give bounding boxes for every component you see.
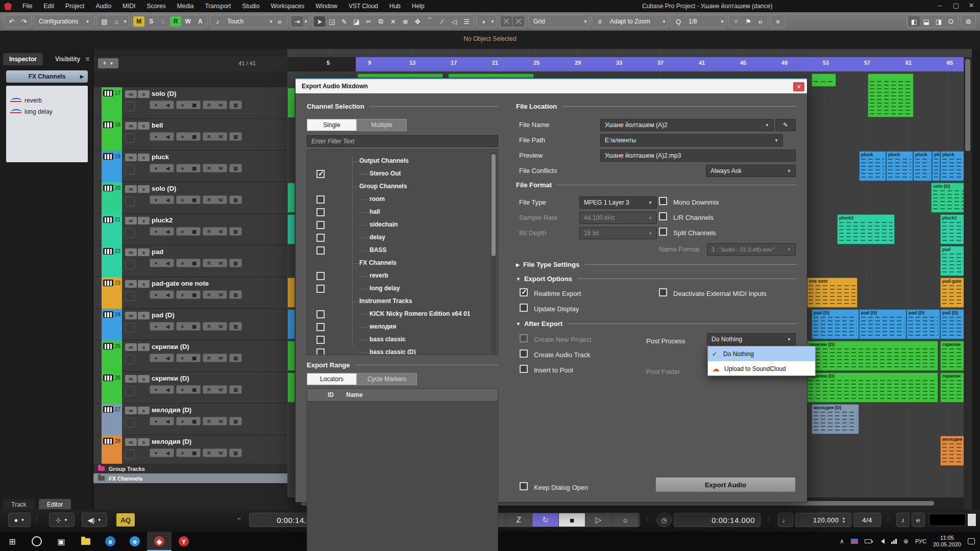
edit-instrument-icon[interactable]: ▦ [188, 164, 200, 172]
channel-strip-icon[interactable]: ▥ [230, 354, 241, 362]
edit-channel-icon[interactable]: e [177, 449, 188, 457]
channel-item[interactable]: hall [370, 208, 380, 221]
write-automation-icon[interactable]: W [215, 291, 227, 298]
menu-item[interactable]: Workspaces [265, 0, 310, 12]
file-conflicts-dropdown[interactable]: Always Ask▼ [706, 165, 796, 177]
record-enable-icon[interactable]: ● [150, 101, 162, 109]
automation-l-button[interactable]: L [158, 16, 169, 27]
list-item[interactable]: long delay [11, 108, 53, 115]
track-name[interactable]: bell [152, 121, 163, 129]
iterative-quantize-icon[interactable]: ⑂ [730, 16, 742, 27]
write-automation-icon[interactable]: W [215, 259, 227, 267]
menu-item[interactable]: Window [310, 0, 343, 12]
track-color-box[interactable] [125, 102, 135, 111]
channel-list-scrollbar[interactable] [491, 152, 496, 354]
read-automation-icon[interactable]: R [203, 291, 215, 298]
monitor-icon[interactable]: ◀ [162, 101, 174, 109]
write-automation-icon[interactable]: W [215, 133, 227, 140]
inspector-menu-icon[interactable]: = [83, 53, 92, 65]
edit-instrument-icon[interactable]: ▦ [188, 291, 200, 298]
track-color-box[interactable] [125, 196, 135, 206]
edit-instrument-icon[interactable]: ▦ [188, 354, 200, 362]
stop-button[interactable]: ■ [559, 513, 585, 527]
split-channels-checkbox[interactable] [659, 228, 667, 236]
tab-track[interactable]: Track [3, 499, 35, 510]
write-automation-icon[interactable]: W [215, 101, 227, 109]
close-button[interactable]: ✕ [964, 0, 979, 11]
monitor-icon[interactable]: ◀ [162, 386, 174, 393]
configurations-dropdown[interactable]: Configurations▼ [34, 15, 94, 28]
channel-checkbox[interactable] [316, 208, 325, 216]
channel-checkbox[interactable] [316, 246, 325, 255]
menu-item[interactable]: Help [406, 0, 430, 12]
channel-checkbox[interactable] [316, 310, 325, 318]
channel-strip-icon[interactable]: ▥ [230, 417, 241, 425]
chevron-down-icon[interactable]: ▼ [774, 138, 778, 143]
monitor-icon[interactable]: ◀ [162, 133, 174, 140]
read-automation-icon[interactable]: R [203, 196, 215, 204]
track-row[interactable]: 27 m s мелодия (D) ● ◀ e ▦ R W ▥ [93, 404, 287, 435]
timeline-ruler[interactable]: 591317212529333741454953576165 [287, 57, 972, 71]
track-color-box[interactable] [125, 355, 135, 364]
cycle-button[interactable]: ↻ [532, 513, 559, 527]
edit-instrument-icon[interactable]: ▦ [188, 133, 200, 140]
chevron-down-icon[interactable]: ▼ [765, 123, 769, 128]
tempo-display[interactable]: 120.000 ▲▼ [795, 513, 851, 527]
deactivate-midi-checkbox[interactable] [659, 288, 667, 296]
track-color-box[interactable] [125, 386, 135, 396]
channel-strip-icon[interactable]: ▥ [230, 259, 241, 267]
globe-icon[interactable]: ⊕ [903, 538, 909, 545]
create-audio-track-checkbox[interactable] [520, 349, 528, 358]
solo-button[interactable]: s [138, 154, 150, 161]
channel-group[interactable]: FX Channels [359, 259, 397, 272]
midi-clip[interactable] [287, 372, 295, 403]
object-selection-tool-icon[interactable]: ➤ [314, 16, 325, 27]
midi-clip[interactable]: plu [932, 151, 940, 181]
track-color-box[interactable] [125, 133, 135, 143]
file-name-input[interactable]: Ушане йолташем (A)2▼ [600, 119, 774, 131]
right-zone-icon[interactable]: ◨ [933, 16, 944, 27]
channel-strip-icon[interactable]: ▥ [230, 196, 241, 204]
solo-button[interactable]: s [138, 343, 150, 351]
mute-button[interactable]: m [125, 217, 137, 224]
range-selection-tool-icon[interactable]: ◲ [326, 16, 337, 27]
lr-channels-checkbox[interactable] [659, 212, 667, 220]
edit-instrument-icon[interactable]: ▦ [188, 322, 200, 330]
edit-channel-icon[interactable]: e [177, 228, 188, 235]
scrollbar-thumb[interactable] [965, 59, 970, 151]
time-signature-display[interactable]: 4/4 [853, 513, 881, 527]
after-export-heading[interactable]: ▼ After Export [516, 320, 797, 328]
primary-time-display[interactable]: 0:00:14.000 [674, 513, 761, 527]
grid-type-dropdown[interactable]: Grid ▼ [528, 15, 590, 28]
channel-item[interactable]: long delay [370, 285, 400, 297]
edit-channel-icon[interactable]: e [177, 196, 188, 204]
mute-button[interactable]: m [125, 312, 137, 319]
menu-item[interactable]: Scores [141, 0, 171, 12]
monitor-icon[interactable]: ◀ [162, 449, 174, 457]
edit-instrument-icon[interactable]: ▦ [188, 259, 200, 267]
fx-channels-row[interactable]: FX Channels [93, 473, 287, 483]
channel-strip-icon[interactable]: ▥ [230, 449, 241, 457]
record-enable-icon[interactable]: ● [150, 322, 162, 330]
setup-window-icon[interactable]: ▤ [99, 16, 110, 27]
channel-list[interactable]: Output Channels Stereo Out Group Channel… [307, 149, 498, 355]
export-options-heading[interactable]: ▼ Export Options [516, 275, 797, 283]
track-name[interactable]: pluck2 [152, 216, 173, 224]
mute-button[interactable]: m [125, 122, 137, 130]
track-row[interactable]: 22 m s pad ● ◀ e ▦ R W ▥ [93, 245, 287, 277]
record-enable-icon[interactable]: ● [150, 164, 162, 172]
midi-clip[interactable] [287, 214, 295, 244]
chevron-down-icon[interactable]: ▼ [123, 19, 127, 24]
monitor-level-button[interactable]: ◀)▼ [82, 513, 107, 527]
midi-clip[interactable]: скрипки (D) [806, 372, 938, 403]
draw-tool-icon[interactable]: ✎ [338, 16, 350, 27]
channel-checkbox[interactable] [316, 336, 325, 344]
tab-locators[interactable]: Locators [307, 373, 357, 385]
tempo-spinner[interactable]: ▲▼ [842, 516, 846, 523]
mute-button[interactable]: m [125, 343, 137, 351]
midi-clip[interactable] [868, 73, 914, 117]
write-automation-icon[interactable]: W [215, 417, 227, 425]
language-indicator[interactable]: РУС [915, 538, 926, 544]
cubase-taskbar-icon[interactable]: ◆ [147, 532, 172, 551]
track-row[interactable]: 24 m s pad (D) ● ◀ e ▦ R W ▥ [93, 309, 287, 340]
